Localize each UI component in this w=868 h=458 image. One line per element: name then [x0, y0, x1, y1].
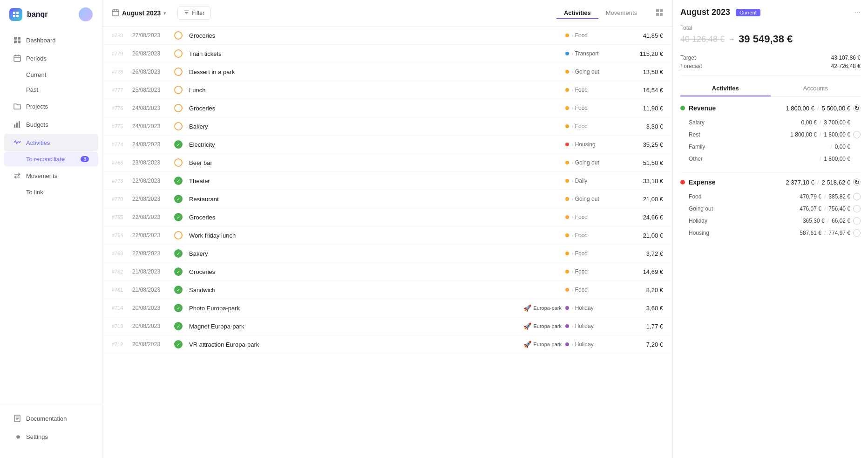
status-circle — [174, 68, 183, 76]
table-row[interactable]: #774 24/08/2023 Electricity › Housing 35… — [102, 136, 672, 154]
sidebar-item-documentation[interactable]: Documentation — [4, 410, 98, 427]
table-row[interactable]: #775 24/08/2023 Bakery › Food 3,30 € — [102, 117, 672, 136]
month-selector[interactable]: August 2023 ▾ — [112, 9, 166, 18]
rest-refresh[interactable] — [853, 131, 861, 138]
goingout-label: Going out — [689, 205, 713, 212]
rocket-icon: 🚀 — [523, 341, 531, 348]
sidebar-item-movements[interactable]: Movements — [4, 167, 98, 185]
table-row[interactable]: #763 22/08/2023 Bakery › Food 3,72 € — [102, 245, 672, 263]
arrow-icon: › — [572, 87, 574, 93]
tx-id: #763 — [112, 251, 132, 256]
arrow-icon: › — [572, 323, 574, 329]
tx-date: 24/08/2023 — [132, 123, 174, 130]
food-refresh[interactable] — [853, 193, 861, 200]
svg-rect-27 — [660, 9, 663, 12]
tab-movements[interactable]: Movements — [598, 7, 644, 19]
sidebar-subitem-past[interactable]: Past — [4, 82, 98, 97]
revenue-refresh[interactable]: ↻ — [853, 104, 861, 112]
sidebar-subitem-reconciliate[interactable]: To reconciliate 8 — [4, 152, 98, 166]
chart-icon — [13, 120, 21, 129]
panel-tab-accounts[interactable]: Accounts — [771, 81, 861, 96]
sidebar-item-label: Movements — [26, 172, 57, 179]
table-row[interactable]: #779 26/08/2023 Train tickets › Transpor… — [102, 45, 672, 63]
layout-toggle[interactable] — [656, 9, 663, 18]
table-row[interactable]: #780 27/08/2023 Groceries › Food 41,85 € — [102, 27, 672, 45]
table-row[interactable]: #762 21/08/2023 Groceries › Food 14,69 € — [102, 263, 672, 281]
arrow-icon: › — [572, 305, 574, 311]
sidebar: banqr Dashboard Periods Current Past — [0, 0, 102, 458]
table-row[interactable]: #773 22/08/2023 Theater › Daily 33,18 € — [102, 172, 672, 190]
goingout-values: 476,07 € / 756,40 € — [800, 205, 861, 212]
status-circle — [174, 122, 183, 130]
rest-label: Rest — [689, 131, 700, 138]
status-circle — [174, 249, 183, 258]
total-value: 40 126,48 € → 39 549,38 € — [680, 33, 861, 45]
sidebar-item-budgets[interactable]: Budgets — [4, 116, 98, 133]
svg-rect-7 — [18, 41, 20, 43]
revenue-salary-row: Salary 0,00 € / 3 700,00 € — [680, 116, 861, 129]
table-row[interactable]: #770 22/08/2023 Restaurant › Going out 2… — [102, 190, 672, 208]
panel-tab-activities[interactable]: Activities — [680, 81, 771, 96]
table-row[interactable]: #714 20/08/2023 Photo Europa-park 🚀Europ… — [102, 299, 672, 317]
expense-holiday-row: Holiday 365,30 € / 66,02 € — [680, 215, 861, 227]
rest-target: 1 800,00 € — [824, 131, 850, 138]
target-value: 43 107,86 € — [831, 55, 861, 61]
sidebar-item-label: Periods — [26, 55, 47, 62]
filter-label: Filter — [192, 10, 204, 16]
svg-rect-2 — [13, 15, 15, 17]
table-row[interactable]: #765 22/08/2023 Groceries › Food 24,66 € — [102, 208, 672, 226]
more-button[interactable]: ··· — [854, 8, 861, 17]
tx-amount: 21,00 € — [626, 196, 663, 203]
sidebar-item-periods[interactable]: Periods — [4, 49, 98, 67]
sidebar-item-label: Projects — [26, 103, 48, 110]
table-row[interactable]: #777 25/08/2023 Lunch › Food 16,54 € — [102, 81, 672, 99]
holiday-refresh[interactable] — [853, 217, 861, 225]
tx-category: Holiday — [575, 323, 612, 329]
revenue-other-row: Other / 1 800,00 € — [680, 153, 861, 165]
sidebar-bottom: Documentation Settings — [0, 404, 102, 451]
tx-category: Food — [575, 105, 612, 111]
rest-values: 1 800,00 € / 1 800,00 € — [790, 131, 861, 138]
housing-refresh[interactable] — [853, 229, 861, 237]
salary-target: 3 700,00 € — [824, 119, 850, 126]
sidebar-subitem-current[interactable]: Current — [4, 68, 98, 82]
tx-amount: 14,69 € — [626, 268, 663, 275]
tx-amount: 13,50 € — [626, 68, 663, 75]
table-row[interactable]: #778 26/08/2023 Dessert in a park › Goin… — [102, 63, 672, 81]
table-row[interactable]: #761 21/08/2023 Sandwich › Food 8,20 € — [102, 281, 672, 299]
sidebar-item-activities[interactable]: Activities — [4, 134, 98, 151]
table-row[interactable]: #713 20/08/2023 Magnet Europa-park 🚀Euro… — [102, 317, 672, 335]
arrow-icon: › — [572, 269, 574, 274]
table-row[interactable]: #776 24/08/2023 Groceries › Food 11,90 € — [102, 99, 672, 117]
tx-id: #780 — [112, 33, 132, 38]
logo-area: banqr — [0, 7, 102, 31]
goingout-refresh[interactable] — [853, 205, 861, 212]
sidebar-subitem-tolink[interactable]: To link — [4, 185, 98, 199]
svg-rect-6 — [14, 41, 17, 43]
arrow-icon: › — [572, 178, 574, 184]
status-circle — [174, 322, 183, 330]
expense-refresh[interactable]: ↻ — [853, 178, 861, 186]
table-row[interactable]: #764 22/08/2023 Work friday lunch › Food… — [102, 226, 672, 245]
revenue-header: Revenue 1 800,00 € / 5 500,00 € ↻ — [680, 104, 861, 112]
tx-status — [174, 249, 185, 258]
tx-status — [174, 340, 185, 349]
avatar[interactable] — [79, 7, 93, 21]
tab-activities[interactable]: Activities — [556, 7, 598, 19]
sidebar-item-projects[interactable]: Projects — [4, 97, 98, 115]
status-circle — [174, 195, 183, 203]
tx-category: Housing — [575, 141, 612, 148]
sidebar-item-label: Budgets — [26, 121, 48, 128]
gear-icon — [13, 432, 21, 441]
sidebar-item-settings[interactable]: Settings — [4, 428, 98, 445]
target-row: Target 43 107,86 € — [680, 55, 861, 61]
tx-status — [174, 267, 185, 276]
tx-name: Lunch — [189, 87, 565, 94]
table-row[interactable]: #712 20/08/2023 VR attraction Europa-par… — [102, 335, 672, 354]
svg-rect-12 — [14, 124, 15, 128]
table-row[interactable]: #766 23/08/2023 Beer bar › Going out 51,… — [102, 154, 672, 172]
sidebar-item-dashboard[interactable]: Dashboard — [4, 31, 98, 49]
sidebar-item-label: Activities — [26, 139, 50, 146]
expense-target: 2 518,62 € — [822, 179, 850, 186]
filter-button[interactable]: Filter — [177, 7, 210, 20]
